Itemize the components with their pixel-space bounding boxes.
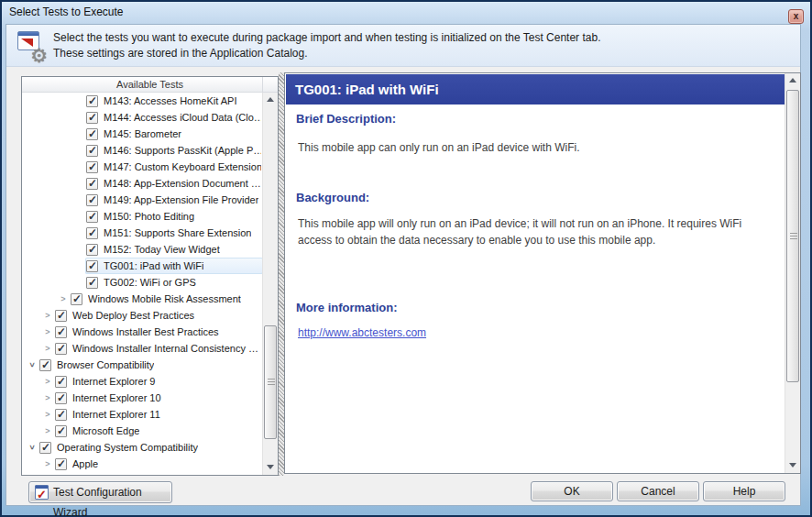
test-app-icon: ⚙: [16, 31, 48, 62]
tree-item-label: Windows Installer Internal Consistency …: [72, 343, 258, 354]
tree-item[interactable]: >Microsoft Edge: [22, 423, 263, 439]
checkbox[interactable]: [55, 376, 67, 388]
tree-item[interactable]: M151: Supports Share Extension: [22, 225, 263, 241]
tree-item[interactable]: >Windows Installer Internal Consistency …: [22, 340, 263, 357]
tree-item[interactable]: >Internet Explorer 9: [22, 373, 263, 390]
tree-item-label: M145: Barometer: [104, 128, 181, 139]
expand-chevron-icon[interactable]: >: [41, 325, 54, 338]
tree-item[interactable]: >Windows Installer Best Practices: [22, 324, 263, 340]
tree-item-label: Web Deploy Best Practices: [72, 310, 194, 321]
gear-icon: ⚙: [30, 46, 48, 65]
tree-item[interactable]: M143: Accesses HomeKit API: [22, 93, 263, 109]
tree-item[interactable]: M147: Custom Keyboard Extension: [22, 159, 263, 175]
tree-item-label: M146: Supports PassKit (Apple P…: [104, 145, 261, 156]
checkbox[interactable]: [71, 293, 82, 305]
tree-item[interactable]: >Web Deploy Best Practices: [22, 307, 263, 324]
checkbox[interactable]: [55, 458, 67, 470]
checkbox[interactable]: [55, 409, 67, 421]
tree-item[interactable]: M145: Barometer: [22, 126, 263, 142]
checkbox[interactable]: [86, 244, 98, 256]
scroll-up-icon[interactable]: [263, 93, 278, 108]
checkbox[interactable]: [86, 95, 98, 107]
tree-item[interactable]: >Windows Mobile Risk Assessment: [22, 291, 263, 307]
tree-scrollbar-thumb[interactable]: [264, 325, 277, 439]
checkbox[interactable]: [55, 310, 67, 322]
checkbox[interactable]: [55, 425, 67, 437]
expand-chevron-icon[interactable]: >: [41, 342, 54, 355]
checkbox[interactable]: [55, 326, 67, 338]
checkbox[interactable]: [55, 392, 67, 404]
help-button[interactable]: Help: [703, 481, 785, 501]
instruction-line-1: Select the tests you want to execute dur…: [53, 30, 600, 46]
available-tests-panel: Available Tests M143: Accesses HomeKit A…: [21, 76, 279, 476]
checkbox[interactable]: [86, 227, 98, 239]
tree-item-label: M149: App-Extension File Provider: [104, 194, 258, 205]
tree-item[interactable]: >Operating System Compatibility: [22, 439, 263, 456]
checkbox[interactable]: [86, 128, 98, 140]
checkbox[interactable]: [86, 112, 98, 124]
tree-item-label: Operating System Compatibility: [57, 442, 198, 453]
tree-item[interactable]: M144: Accesses iCloud Data (Clo…: [22, 109, 263, 126]
available-tests-column-header[interactable]: Available Tests: [22, 77, 278, 93]
tree-item-label: M148: App-Extension Document …: [104, 178, 261, 189]
cancel-button[interactable]: Cancel: [617, 481, 699, 501]
checkbox[interactable]: [86, 260, 98, 272]
checkbox[interactable]: [86, 178, 98, 190]
checkbox[interactable]: [86, 211, 98, 223]
wizard-button-label: Test Configuration Wizard: [53, 486, 142, 517]
tree-item-label: M151: Supports Share Extension: [104, 227, 251, 238]
more-information-link[interactable]: http://www.abctesters.com: [298, 326, 426, 339]
tree-viewport[interactable]: M143: Accesses HomeKit APIM144: Accesses…: [22, 93, 263, 475]
brief-description-heading: Brief Description:: [296, 112, 396, 126]
checkbox[interactable]: [86, 194, 98, 206]
title-bar[interactable]: Select Tests to Execute x: [2, 2, 810, 24]
tree-item[interactable]: M152: Today View Widget: [22, 241, 263, 258]
tree-item[interactable]: M150: Photo Editing: [22, 208, 263, 225]
tree-item-label: TG002: WiFi or GPS: [104, 277, 196, 288]
ok-button[interactable]: OK: [531, 481, 613, 501]
checkbox[interactable]: [39, 359, 51, 371]
window-title: Select Tests to Execute: [9, 6, 124, 18]
background-heading: Background:: [296, 191, 369, 204]
checkbox[interactable]: [86, 277, 98, 289]
tree-item[interactable]: >Apple: [22, 456, 263, 472]
expand-chevron-icon[interactable]: >: [41, 391, 54, 404]
collapse-chevron-icon[interactable]: >: [26, 358, 38, 371]
tree-item[interactable]: >Browser Compatibility: [22, 357, 263, 373]
tree-item[interactable]: >Internet Explorer 11: [22, 406, 263, 423]
brief-description-body: This mobile app can only run on an iPad …: [298, 139, 579, 156]
instruction-line-2: These settings are stored in the Applica…: [53, 46, 600, 61]
test-configuration-wizard-button[interactable]: Test Configuration Wizard: [28, 481, 172, 503]
tree-scrollbar[interactable]: [262, 93, 278, 475]
expand-chevron-icon[interactable]: >: [41, 424, 54, 437]
checkbox[interactable]: [39, 442, 51, 454]
tree-item-label: Microsoft Edge: [72, 425, 139, 436]
collapse-chevron-icon[interactable]: >: [26, 441, 38, 454]
expand-chevron-icon[interactable]: >: [41, 457, 54, 470]
detail-scrollbar[interactable]: [785, 73, 800, 473]
expand-chevron-icon[interactable]: >: [41, 309, 54, 322]
tree-item[interactable]: M149: App-Extension File Provider: [22, 192, 263, 208]
tree-item[interactable]: TG002: WiFi or GPS: [22, 274, 263, 291]
scroll-up-icon[interactable]: [785, 73, 800, 89]
close-icon[interactable]: x: [788, 9, 804, 24]
checkbox[interactable]: [55, 343, 67, 355]
tree-item-label: Internet Explorer 10: [72, 392, 161, 403]
test-detail-panel: TG001: iPad with WiFi Brief Description:…: [284, 72, 801, 474]
detail-scrollbar-thumb[interactable]: [786, 90, 799, 382]
tree-item-label: M150: Photo Editing: [104, 211, 194, 222]
scroll-down-icon[interactable]: [785, 457, 800, 473]
checkbox[interactable]: [86, 161, 98, 173]
tree-item[interactable]: TG001: iPad with WiFi: [22, 258, 263, 274]
scroll-down-icon[interactable]: [263, 459, 278, 475]
tree-item-label: Windows Installer Best Practices: [72, 326, 219, 337]
expand-chevron-icon[interactable]: >: [41, 375, 54, 388]
tree-item[interactable]: M148: App-Extension Document …: [22, 175, 263, 192]
expand-chevron-icon[interactable]: >: [57, 292, 70, 305]
expand-chevron-icon[interactable]: >: [41, 408, 54, 421]
tree-item-label: Internet Explorer 9: [72, 376, 156, 387]
checkbox[interactable]: [86, 145, 98, 157]
tree-item[interactable]: M146: Supports PassKit (Apple P…: [22, 142, 263, 159]
tree-item[interactable]: >Internet Explorer 10: [22, 390, 263, 406]
checklist-icon: [35, 485, 49, 500]
